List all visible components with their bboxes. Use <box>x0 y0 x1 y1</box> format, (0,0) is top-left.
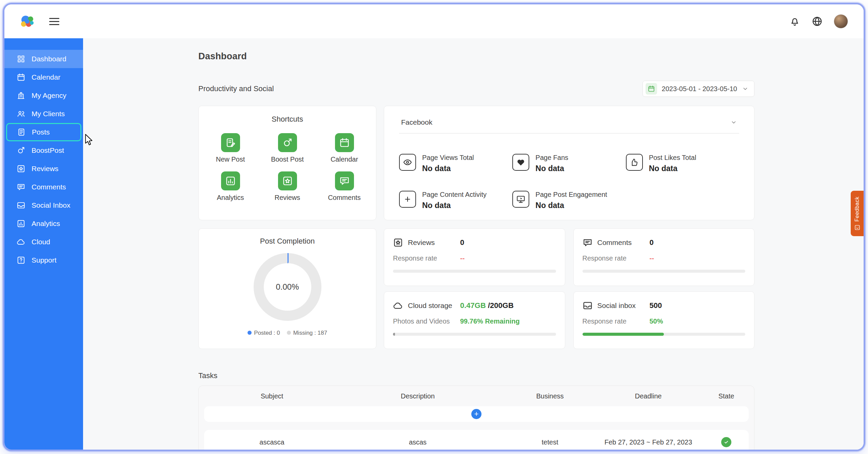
stat-label: Page Post Engagement <box>535 191 607 199</box>
user-avatar[interactable] <box>834 14 848 28</box>
stat-value: No data <box>422 164 474 173</box>
cloud-icon <box>17 238 25 246</box>
stat-value: No data <box>535 164 568 173</box>
shortcut-calendar[interactable]: Calendar <box>324 133 365 163</box>
chevron-down-icon <box>730 119 737 126</box>
response-rate-value: 50% <box>650 317 663 325</box>
social-network-card: Facebook Page Views Total No data <box>384 106 754 220</box>
inbox-icon <box>583 301 593 311</box>
building-icon <box>17 91 25 100</box>
task-row[interactable]: ascasca ascas tetest Feb 27, 2023 ~ Feb … <box>204 430 749 450</box>
shortcut-reviews[interactable]: Reviews <box>267 171 308 202</box>
shortcut-comments[interactable]: Comments <box>324 171 365 202</box>
date-range-picker[interactable]: 2023-05-01 - 2023-05-10 <box>643 81 754 97</box>
media-label: Photos and Videos <box>393 317 460 325</box>
inbox-icon <box>17 201 25 210</box>
sidebar-item-social-inbox[interactable]: Social Inbox <box>4 196 83 214</box>
shortcut-analytics[interactable]: Analytics <box>210 171 251 202</box>
sidebar-item-comments[interactable]: Comments <box>4 178 83 196</box>
sidebar-item-label: Social Inbox <box>32 201 70 209</box>
menu-toggle-icon[interactable] <box>49 18 59 25</box>
sidebar-item-dashboard[interactable]: Dashboard <box>4 50 83 68</box>
sidebar-item-label: My Agency <box>32 91 66 100</box>
boost-icon <box>17 146 25 155</box>
sidebar-item-reviews[interactable]: Reviews <box>4 160 83 178</box>
analytics-bars-icon <box>17 219 25 228</box>
add-task-button[interactable]: + <box>471 409 481 419</box>
stat-page-fans: Page Fans No data <box>512 154 626 173</box>
column-business: Business <box>496 392 604 400</box>
comment-icon <box>583 238 593 248</box>
missing-dot <box>287 331 291 335</box>
column-state: State <box>692 392 760 400</box>
stat-page-post-engagement: Page Post Engagement No data <box>512 191 626 210</box>
stat-label: Page Fans <box>535 154 568 162</box>
dashboard-grid-icon <box>17 55 25 63</box>
cloud-progress-bar <box>393 333 556 336</box>
post-completion-card: Post Completion 0.00% Posted : 0 Missing… <box>198 228 376 349</box>
calendar-icon <box>335 133 354 152</box>
language-globe-icon[interactable] <box>811 16 823 27</box>
column-subject: Subject <box>204 392 340 400</box>
response-rate-label: Response rate <box>393 254 460 262</box>
legend-posted: Posted : 0 <box>248 330 280 336</box>
comments-icon <box>335 171 354 190</box>
column-description: Description <box>340 392 496 400</box>
date-range-value: 2023-05-01 - 2023-05-10 <box>662 85 737 93</box>
inbox-count: 500 <box>650 301 662 310</box>
sidebar-item-analytics[interactable]: Analytics <box>4 214 83 233</box>
response-rate-value: -- <box>460 254 465 262</box>
sidebar-item-cloud[interactable]: Cloud <box>4 233 83 251</box>
analytics-icon <box>221 171 240 190</box>
reviews-icon <box>278 171 297 190</box>
sidebar-item-calendar[interactable]: Calendar <box>4 68 83 86</box>
cloud-icon <box>393 301 403 311</box>
calendar-icon <box>646 83 657 95</box>
sidebar-item-label: My Clients <box>32 110 65 118</box>
support-icon <box>17 256 25 265</box>
notifications-bell-icon[interactable] <box>789 16 801 27</box>
sidebar-item-support[interactable]: Support <box>4 251 83 269</box>
sidebar-item-my-agency[interactable]: My Agency <box>4 86 83 105</box>
stat-post-likes-total: Post Likes Total No data <box>626 154 739 173</box>
response-rate-label: Response rate <box>583 254 650 262</box>
column-deadline: Deadline <box>604 392 692 400</box>
reviews-summary-card: Reviews 0 Response rate -- <box>384 228 565 286</box>
comments-count: 0 <box>650 238 654 247</box>
main-content: Dashboard Productivity and Social 2023-0… <box>83 38 864 450</box>
reviews-count: 0 <box>460 238 464 247</box>
sidebar-item-my-clients[interactable]: My Clients <box>4 105 83 123</box>
sidebar-item-posts[interactable]: Posts <box>6 123 81 141</box>
chevron-down-icon <box>742 85 749 92</box>
task-completed-icon <box>721 437 731 447</box>
stat-label: Page Views Total <box>422 154 474 162</box>
social-inbox-card: Social inbox 500 Response rate 50% <box>573 291 755 349</box>
tasks-section: Tasks Subject Description Business Deadl… <box>198 371 754 450</box>
comments-progress-bar <box>583 270 746 273</box>
posted-dot <box>248 331 252 335</box>
tasks-table-header: Subject Description Business Deadline St… <box>204 386 749 406</box>
shortcut-boost-post[interactable]: Boost Post <box>267 133 308 163</box>
shortcut-label: Reviews <box>275 194 300 202</box>
comments-summary-card: Comments 0 Response rate -- <box>573 228 755 286</box>
page-title: Dashboard <box>198 51 754 62</box>
screen-cursor-icon <box>512 191 529 208</box>
remaining-value: 99.76% Remaining <box>460 317 520 325</box>
sidebar: Dashboard Calendar My Agency My Clients … <box>4 38 83 450</box>
tasks-table: Subject Description Business Deadline St… <box>198 386 754 450</box>
boost-post-icon <box>278 133 297 152</box>
feedback-tab[interactable]: Feedback <box>851 191 864 236</box>
sidebar-item-boostpost[interactable]: BoostPost <box>4 141 83 160</box>
task-business: tetest <box>496 438 604 446</box>
network-select[interactable]: Facebook <box>399 116 739 133</box>
shortcut-new-post[interactable]: New Post <box>210 133 251 163</box>
cloud-total-value: /200GB <box>488 301 514 310</box>
thumbs-up-icon <box>626 154 643 171</box>
sidebar-item-label: Cloud <box>32 238 50 246</box>
shortcuts-card: Shortcuts New Post Boost Post <box>198 106 376 220</box>
sidebar-item-label: Analytics <box>32 220 60 228</box>
card-title: Social inbox <box>597 302 650 310</box>
post-document-icon <box>17 128 26 137</box>
stat-label: Page Content Activity <box>422 191 487 199</box>
shortcut-label: Comments <box>328 194 361 202</box>
